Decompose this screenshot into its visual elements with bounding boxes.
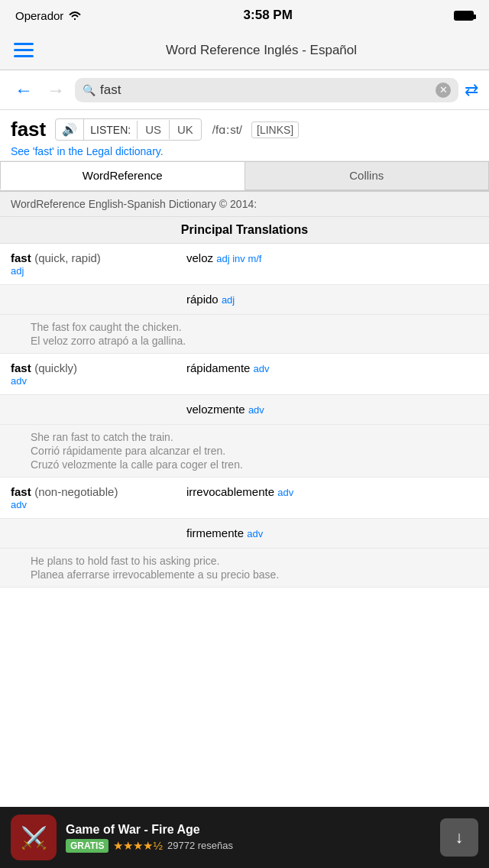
headword: fast — [11, 118, 46, 141]
word-header: fast 🔊 LISTEN: US UK /fɑːst/ [LINKS] See… — [0, 110, 489, 161]
entry-word-2: fast — [11, 361, 31, 374]
menu-button[interactable] — [11, 40, 37, 60]
trans-word-3b: firmemente — [186, 526, 247, 539]
trans-pos-3: adv — [277, 487, 293, 498]
entry-right-2b: velozmente adv — [179, 403, 478, 416]
nav-bar: ← → 🔍 ✕ ⇄ — [0, 70, 489, 110]
back-button[interactable]: ← — [11, 79, 37, 101]
trans-pos-2b: adv — [248, 404, 264, 416]
clear-button[interactable]: ✕ — [436, 83, 451, 98]
hamburger-line1 — [14, 43, 34, 45]
example-es-2: Corrió rápidamente para alcanzar el tren… — [31, 445, 478, 457]
entry-right-secondary: rápido adj — [179, 293, 478, 306]
hamburger-line3 — [14, 55, 34, 57]
trans-pos-2: adv — [254, 363, 270, 374]
entry-word: fast — [11, 251, 31, 264]
hamburger-line2 — [14, 49, 34, 51]
example-es: El veloz zorro atrapó a la gallina. — [31, 335, 478, 347]
battery-fill — [455, 12, 472, 19]
entry-right-3b: firmemente adv — [179, 526, 478, 540]
status-time: 3:58 PM — [244, 8, 293, 23]
trans-pos-secondary: adj — [222, 294, 235, 306]
example-en-2: She ran fast to catch the train. — [31, 431, 478, 443]
entry-right-2: rápidamente adv — [179, 361, 478, 375]
entry-pos-2: adv — [11, 375, 179, 387]
listen-uk-button[interactable]: UK — [170, 120, 201, 139]
word-header-top: fast 🔊 LISTEN: US UK /fɑːst/ [LINKS] — [11, 118, 478, 141]
trans-word-2b: velozmente — [186, 403, 248, 416]
listen-us-button[interactable]: US — [138, 120, 170, 139]
search-box: 🔍 ✕ — [75, 78, 458, 102]
example-en-3: He plans to hold fast to his asking pric… — [31, 555, 478, 567]
search-input[interactable] — [100, 83, 431, 98]
entry-right: veloz adj inv m/f — [179, 251, 478, 265]
example-row-2: She ran fast to catch the train. Corrió … — [0, 425, 489, 478]
status-left: Operador — [15, 9, 82, 22]
table-row-2b: velozmente adv — [0, 395, 489, 425]
links-button[interactable]: [LINKS] — [251, 121, 299, 138]
entry-gloss-3: (non-negotiable) — [34, 485, 118, 498]
listen-label: LISTEN: — [84, 121, 138, 139]
table-row-2: fast (quickly) adv rápidamente adv — [0, 354, 489, 395]
status-right — [454, 11, 474, 21]
toolbar: Word Reference Inglés - Español — [0, 31, 489, 70]
table-row: fast (quick, rapid) adj veloz adj inv m/… — [0, 244, 489, 285]
trans-pos: adj inv m/f — [216, 253, 261, 264]
example-es-2b: Cruzó velozmente la calle para coger el … — [31, 458, 478, 471]
status-bar: Operador 3:58 PM — [0, 0, 489, 31]
table-row-3b: firmemente adv — [0, 519, 489, 549]
section-header: Principal Translations — [0, 217, 489, 244]
search-icon: 🔍 — [83, 84, 96, 96]
toolbar-title: Word Reference Inglés - Español — [44, 43, 478, 58]
tabs: WordReference Collins — [0, 161, 489, 192]
entry-left: fast (quick, rapid) adj — [11, 251, 179, 277]
trans-pos-3b: adv — [247, 528, 263, 539]
legal-dictionary-link[interactable]: See 'fast' in the Legal dictionary. — [11, 145, 478, 157]
table-row-3: fast (non-negotiable) adv irrevocablemen… — [0, 478, 489, 519]
phonetic-text: /fɑːst/ — [212, 123, 242, 137]
example-row: The fast fox caught the chicken. El velo… — [0, 315, 489, 354]
trans-word-2: rápidamente — [186, 361, 254, 374]
carrier-label: Operador — [15, 9, 63, 22]
trans-word: veloz — [186, 251, 216, 264]
forward-button[interactable]: → — [43, 79, 69, 101]
entry-gloss: (quick, rapid) — [34, 251, 101, 264]
entry-left-2: fast (quickly) adv — [11, 361, 179, 387]
swap-languages-button[interactable]: ⇄ — [465, 80, 478, 100]
trans-word-3: irrevocablemente — [186, 485, 277, 498]
example-en: The fast fox caught the chicken. — [31, 321, 478, 333]
entry-word-3: fast — [11, 485, 31, 498]
trans-word-secondary: rápido — [186, 293, 222, 306]
tab-wordreference[interactable]: WordReference — [0, 161, 244, 190]
entry-right-3: irrevocablemente adv — [179, 485, 478, 499]
entry-left-3: fast (non-negotiable) adv — [11, 485, 179, 510]
table-row-secondary: rápido adj — [0, 285, 489, 315]
wifi-icon — [68, 10, 82, 21]
speaker-icon[interactable]: 🔊 — [56, 119, 84, 140]
dict-title: WordReference English-Spanish Dictionary… — [0, 192, 489, 217]
tab-collins[interactable]: Collins — [244, 161, 490, 190]
entry-pos: adj — [11, 265, 179, 277]
listen-area: 🔊 LISTEN: US UK — [55, 118, 202, 141]
entry-pos-3: adv — [11, 499, 179, 510]
example-row-3: He plans to hold fast to his asking pric… — [0, 549, 489, 588]
entry-gloss-2: (quickly) — [34, 361, 77, 374]
battery-icon — [454, 11, 474, 21]
example-es-3: Planea aferrarse irrevocablemente a su p… — [31, 568, 478, 581]
